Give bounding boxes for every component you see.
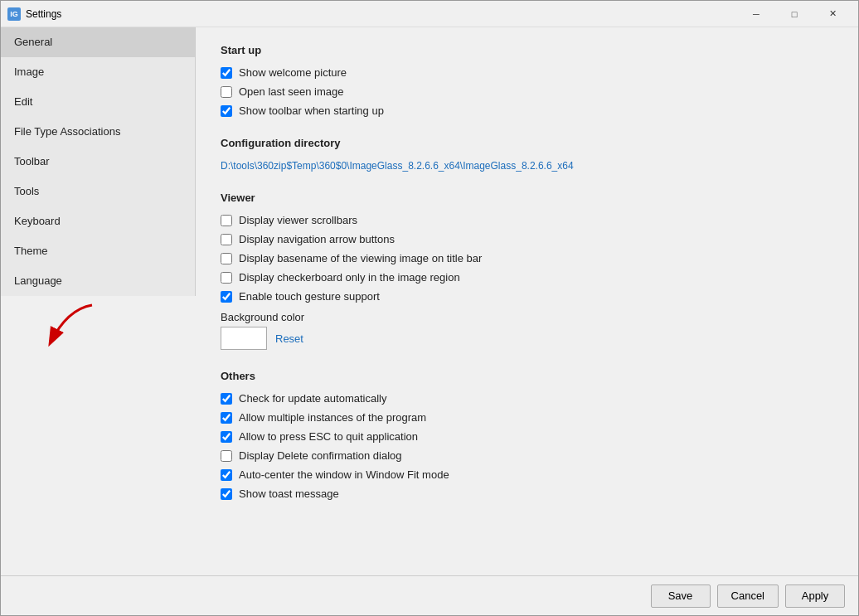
checkbox-row-display-nav: Display navigation arrow buttons (221, 233, 833, 245)
label-display-scrollbars[interactable]: Display viewer scrollbars (239, 214, 357, 226)
checkbox-show-toast[interactable] (221, 488, 232, 500)
cancel-button[interactable]: Cancel (717, 584, 779, 608)
config-path-link[interactable]: D:\tools\360zip$Temp\360$0\ImageGlass_8.… (221, 160, 574, 172)
window-title: Settings (26, 8, 737, 20)
startup-section: Start up Show welcome picture Open last … (221, 44, 833, 117)
sidebar-label-tools: Tools (14, 185, 39, 197)
checkbox-delete-confirm[interactable] (221, 450, 232, 462)
checkbox-row-show-welcome: Show welcome picture (221, 66, 833, 79)
checkbox-row-show-toast: Show toast message (221, 487, 833, 500)
settings-window: IG Settings ─ □ ✕ General Image Edit (0, 0, 859, 616)
main-content: Start up Show welcome picture Open last … (196, 27, 858, 575)
label-check-update[interactable]: Check for update automatically (239, 392, 386, 405)
maximize-button[interactable]: □ (775, 1, 813, 27)
checkbox-row-multiple-instances: Allow multiple instances of the program (221, 411, 833, 424)
window-controls: ─ □ ✕ (737, 1, 852, 27)
checkbox-show-toolbar[interactable] (221, 105, 232, 117)
label-show-welcome[interactable]: Show welcome picture (239, 66, 347, 79)
checkbox-auto-center[interactable] (221, 469, 232, 481)
bg-color-section: Background color Reset (221, 311, 833, 350)
checkbox-press-esc[interactable] (221, 431, 232, 443)
reset-link[interactable]: Reset (275, 332, 303, 345)
app-icon: IG (7, 7, 21, 21)
checkbox-enable-touch[interactable] (221, 291, 232, 303)
arrow-indicator (34, 301, 100, 351)
label-enable-touch[interactable]: Enable touch gesture support (239, 290, 380, 303)
checkbox-row-open-last: Open last seen image (221, 85, 833, 98)
checkbox-display-nav[interactable] (221, 234, 232, 245)
checkbox-row-delete-confirm: Display Delete confirmation dialog (221, 449, 833, 462)
label-show-toolbar[interactable]: Show toolbar when starting up (239, 104, 384, 117)
checkbox-multiple-instances[interactable] (221, 412, 232, 424)
viewer-title: Viewer (221, 192, 833, 204)
sidebar-item-toolbar[interactable]: Toolbar (1, 147, 195, 177)
config-title: Configuration directory (221, 137, 833, 149)
label-display-nav[interactable]: Display navigation arrow buttons (239, 233, 395, 245)
checkbox-row-check-update: Check for update automatically (221, 392, 833, 405)
sidebar-label-theme: Theme (14, 245, 47, 257)
sidebar-label-language: Language (14, 274, 62, 287)
checkbox-display-checkerboard[interactable] (221, 272, 232, 284)
checkbox-check-update[interactable] (221, 393, 232, 405)
label-display-checkerboard[interactable]: Display checkerboard only in the image r… (239, 271, 460, 284)
sidebar-label-edit: Edit (14, 95, 32, 108)
checkbox-row-enable-touch: Enable touch gesture support (221, 290, 833, 303)
sidebar-label-general: General (14, 36, 52, 48)
viewer-section: Viewer Display viewer scrollbars Display… (221, 192, 833, 350)
close-button[interactable]: ✕ (813, 1, 852, 27)
sidebar-item-tools[interactable]: Tools (1, 177, 195, 206)
sidebar-item-theme[interactable]: Theme (1, 236, 195, 266)
sidebar-label-toolbar: Toolbar (14, 155, 50, 167)
checkbox-row-display-checkerboard: Display checkerboard only in the image r… (221, 271, 833, 284)
checkbox-row-display-basename: Display basename of the viewing image on… (221, 252, 833, 264)
sidebar-wrapper: General Image Edit File Type Association… (1, 27, 196, 575)
sidebar-item-language[interactable]: Language (1, 266, 195, 296)
sidebar-item-image[interactable]: Image (1, 57, 195, 87)
sidebar-label-file-type-associations: File Type Associations (14, 125, 120, 138)
checkbox-row-auto-center: Auto-center the window in Window Fit mod… (221, 468, 833, 481)
label-open-last[interactable]: Open last seen image (239, 85, 343, 98)
apply-button[interactable]: Apply (785, 584, 845, 608)
sidebar-label-image: Image (14, 65, 44, 78)
save-button[interactable]: Save (651, 584, 711, 608)
label-multiple-instances[interactable]: Allow multiple instances of the program (239, 411, 426, 424)
minimize-button[interactable]: ─ (737, 1, 775, 27)
bg-color-row: Reset (221, 327, 833, 350)
footer: Save Cancel Apply (1, 575, 858, 615)
checkbox-display-scrollbars[interactable] (221, 215, 232, 226)
sidebar-item-keyboard[interactable]: Keyboard (1, 206, 195, 236)
others-title: Others (221, 370, 833, 382)
content-area: General Image Edit File Type Association… (1, 27, 858, 575)
sidebar-label-keyboard: Keyboard (14, 215, 61, 227)
others-section: Others Check for update automatically Al… (221, 370, 833, 500)
checkbox-row-show-toolbar: Show toolbar when starting up (221, 104, 833, 117)
sidebar-item-edit[interactable]: Edit (1, 87, 195, 117)
bg-color-label: Background color (221, 311, 833, 323)
label-press-esc[interactable]: Allow to press ESC to quit application (239, 430, 418, 443)
startup-title: Start up (221, 44, 833, 56)
sidebar: General Image Edit File Type Association… (1, 27, 196, 296)
label-show-toast[interactable]: Show toast message (239, 487, 339, 500)
checkbox-row-press-esc: Allow to press ESC to quit application (221, 430, 833, 443)
checkbox-show-welcome[interactable] (221, 67, 232, 79)
label-auto-center[interactable]: Auto-center the window in Window Fit mod… (239, 468, 449, 481)
checkbox-row-display-scrollbars: Display viewer scrollbars (221, 214, 833, 226)
label-delete-confirm[interactable]: Display Delete confirmation dialog (239, 449, 402, 462)
bg-color-picker[interactable] (221, 327, 267, 350)
label-display-basename[interactable]: Display basename of the viewing image on… (239, 252, 482, 264)
config-section: Configuration directory D:\tools\360zip$… (221, 137, 833, 172)
sidebar-item-file-type-associations[interactable]: File Type Associations (1, 117, 195, 147)
checkbox-open-last[interactable] (221, 86, 232, 98)
checkbox-display-basename[interactable] (221, 253, 232, 264)
title-bar: IG Settings ─ □ ✕ (1, 1, 858, 27)
sidebar-item-general[interactable]: General (1, 27, 195, 57)
